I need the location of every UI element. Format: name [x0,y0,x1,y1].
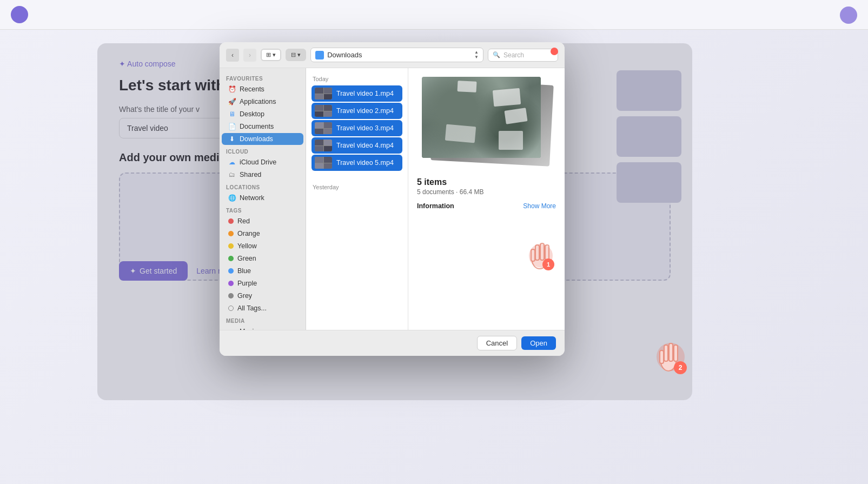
open-button[interactable]: Open [521,336,556,350]
file-item-2[interactable]: Travel video 2.mp4 [312,103,402,119]
file-name-2: Travel video 2.mp4 [336,107,394,115]
location-bar[interactable]: Downloads ▲ ▼ [310,48,483,62]
forward-button[interactable]: › [243,49,256,62]
yesterday-label: Yesterday [312,182,402,194]
sidebar-item-desktop[interactable]: 🖥 Desktop [222,108,303,120]
sidebar-label-desktop: Desktop [240,110,264,118]
sidebar-label-shared: Shared [240,171,261,178]
file-item-3[interactable]: Travel video 3.mp4 [312,120,402,136]
preview-image-stack [422,77,552,169]
file-name-4: Travel video 4.mp4 [336,142,394,149]
file-list: Today Travel video 1.mp4 [306,68,408,330]
today-label: Today [312,74,402,85]
file-thumb-1 [315,88,332,100]
blue-dot [228,268,234,274]
sidebar-item-network[interactable]: 🌐 Network [222,192,303,204]
section-tags: Tags [220,204,306,215]
section-locations: Locations [220,181,306,191]
section-favourites: Favourites [220,72,306,83]
sidebar-label-red: Red [237,217,250,225]
file-name-5: Travel video 5.mp4 [336,159,394,167]
purple-dot [228,281,234,286]
doc-icon: 📄 [228,123,236,130]
sidebar-item-shared[interactable]: 🗂 Shared [222,169,303,181]
grey-dot [228,293,234,299]
rocket-icon: 🚀 [228,98,236,105]
section-media: Media [220,315,306,325]
preview-docs: 5 documents · 66.4 MB [417,188,483,196]
file-item-5[interactable]: Travel video 5.mp4 [312,155,402,171]
sidebar-item-downloads[interactable]: ⬇ Downloads [222,133,303,145]
search-bar[interactable]: 🔍 Search [488,49,558,62]
orange-dot [228,231,234,236]
cancel-button[interactable]: Cancel [477,336,517,350]
monitor-icon: 🖥 [228,110,236,118]
sidebar-item-music[interactable]: ♫ Music [222,326,303,330]
grid-view-button[interactable]: ⊟ ▾ [287,50,305,60]
sidebar-label-purple: Purple [237,280,257,287]
file-name-3: Travel video 3.mp4 [336,124,394,132]
close-button[interactable] [551,48,558,55]
grid-toggle: ⊟ ▾ [286,49,306,61]
red-dot [228,218,234,224]
network-icon: 🌐 [228,194,236,202]
sidebar-label-grey: Grey [237,292,252,300]
file-item-1[interactable]: Travel video 1.mp4 [312,85,402,102]
user-avatar [840,6,857,24]
sidebar-item-yellow[interactable]: Yellow [222,240,303,252]
column-view-button[interactable]: ⊞ ▾ [262,50,280,60]
preview-pane: 5 items 5 documents · 66.4 MB Informatio… [408,68,565,330]
search-icon: 🔍 [493,51,500,58]
view-toggle: ⊞ ▾ [261,49,281,61]
sidebar-item-orange[interactable]: Orange [222,228,303,240]
sidebar-label-blue: Blue [237,267,251,275]
sidebar-item-recents[interactable]: ⏰ Recents [222,83,303,95]
preview-info-label: Information [417,202,454,210]
picker-sidebar: Favourites ⏰ Recents 🚀 Applications 🖥 De… [220,68,306,330]
all-tags-dot [228,306,234,311]
sidebar-label-green: Green [237,255,256,262]
file-picker-dialog: ‹ › ⊞ ▾ ⊟ ▾ Downloads ▲ ▼ 🔍 Search Favou… [220,42,565,356]
green-dot [228,256,234,261]
file-thumb-4 [315,140,332,151]
picker-body: Favourites ⏰ Recents 🚀 Applications 🖥 De… [220,68,565,330]
sidebar-item-blue[interactable]: Blue [222,265,303,277]
sidebar-item-grey[interactable]: Grey [222,290,303,302]
file-name-1: Travel video 1.mp4 [336,90,394,97]
sidebar-label-recents: Recents [240,85,264,93]
sidebar-item-applications[interactable]: 🚀 Applications [222,96,303,108]
sidebar-label-icloud: iCloud Drive [240,158,276,166]
file-item-4[interactable]: Travel video 4.mp4 [312,137,402,154]
yellow-dot [228,243,234,249]
location-icon [315,51,324,59]
location-arrows: ▲ ▼ [474,50,479,59]
preview-count: 5 items [417,177,447,187]
search-placeholder[interactable]: Search [503,51,524,59]
sidebar-item-icloud-drive[interactable]: ☁ iCloud Drive [222,156,303,168]
show-more-button[interactable]: Show More [523,202,556,210]
sidebar-label-network: Network [240,194,264,202]
picker-toolbar: ‹ › ⊞ ▾ ⊟ ▾ Downloads ▲ ▼ 🔍 Search [220,42,565,68]
cloud-icon: ☁ [228,158,236,166]
sidebar-item-all-tags[interactable]: All Tags... [222,302,303,314]
topbar [0,0,868,30]
sidebar-label-all-tags: All Tags... [237,304,267,312]
clock-icon: ⏰ [228,85,236,93]
section-icloud: iCloud [220,145,306,156]
sidebar-item-green[interactable]: Green [222,253,303,264]
sidebar-item-red[interactable]: Red [222,215,303,227]
file-list-area: Today Travel video 1.mp4 [306,68,408,330]
preview-image-front [422,77,541,158]
sidebar-item-documents[interactable]: 📄 Documents [222,121,303,132]
app-avatar [11,6,28,23]
shared-icon: 🗂 [228,171,236,178]
download-icon: ⬇ [228,135,236,143]
file-thumb-2 [315,105,332,117]
sidebar-label-orange: Orange [237,230,260,237]
file-thumb-5 [315,157,332,169]
sidebar-label-applications: Applications [240,98,276,105]
sidebar-item-purple[interactable]: Purple [222,277,303,289]
back-button[interactable]: ‹ [226,49,239,62]
picker-bottom-bar: Cancel Open [220,330,565,356]
preview-rocks-texture [422,77,541,158]
